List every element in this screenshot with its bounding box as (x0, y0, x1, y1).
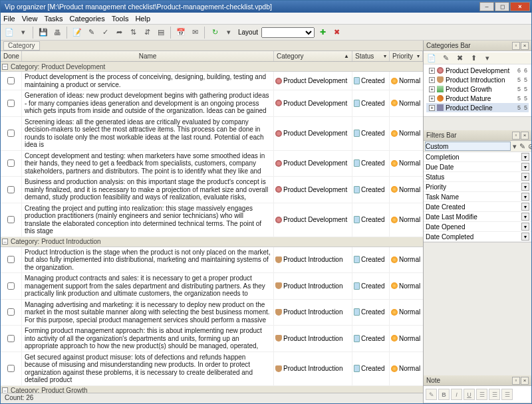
toolbar-filter-icon[interactable]: ▤ (155, 27, 167, 39)
dropdown-icon[interactable]: ▾ (521, 173, 529, 181)
toolbar-check-icon[interactable]: ✓ (99, 27, 111, 39)
toolbar-sort1-icon[interactable]: ⇅ (127, 27, 139, 39)
filter-row[interactable]: Date Opened▾ (424, 222, 531, 232)
filter-wand-icon[interactable]: ✎ (519, 140, 526, 152)
done-checkbox[interactable] (7, 282, 15, 290)
toolbar-calendar-icon[interactable]: 📅 (175, 27, 187, 39)
toolbar-delete-icon[interactable]: ✖ (331, 27, 342, 39)
maximize-button[interactable]: ◻ (495, 2, 509, 11)
task-row[interactable]: Get secured against product misuse: lots… (1, 352, 423, 386)
task-row[interactable]: Concept development and testing: when ma… (1, 151, 423, 177)
task-row[interactable]: Managing product contracts and sales: it… (1, 273, 423, 300)
done-checkbox[interactable] (7, 256, 15, 263)
task-row[interactable]: Screening ideas: all the generated ideas… (1, 117, 423, 151)
minimize-button[interactable]: – (479, 2, 494, 11)
dropdown-icon[interactable]: ▾ (521, 223, 529, 231)
expand-icon[interactable]: + (429, 96, 435, 102)
menu-file[interactable]: File (3, 15, 15, 23)
filter-row[interactable]: Status▾ (424, 172, 531, 182)
filter-row[interactable]: Due Date▾ (424, 162, 531, 172)
menu-tools[interactable]: Tools (112, 15, 129, 23)
note-btn7-icon[interactable]: ☰ (501, 389, 513, 400)
dropdown-icon[interactable]: ▾ (521, 233, 529, 241)
done-checkbox[interactable] (7, 130, 15, 137)
panel-pin-icon[interactable]: ▫ (512, 377, 520, 385)
done-checkbox[interactable] (7, 77, 15, 84)
expand-icon[interactable]: + (429, 68, 435, 74)
menu-view[interactable]: View (22, 15, 38, 23)
filter-row[interactable]: Priority▾ (424, 182, 531, 192)
done-checkbox[interactable] (7, 216, 15, 223)
note-u-icon[interactable]: U (464, 389, 475, 400)
layout-select[interactable] (261, 27, 315, 38)
toolbar-email-icon[interactable]: ✉ (189, 27, 201, 39)
toolbar-pencil-icon[interactable]: ✎ (85, 27, 97, 39)
category-item[interactable]: +Product Mature5 5 (426, 94, 529, 103)
group-row[interactable]: – Category: Product Introduction (1, 237, 423, 247)
toolbar-new-icon[interactable]: 📄 (3, 27, 15, 39)
group-row[interactable]: – Category: Product Growth (1, 386, 423, 393)
done-checkbox[interactable] (7, 159, 15, 167)
note-b-icon[interactable]: B (438, 389, 450, 400)
task-row[interactable]: Managing advertising and marketing: it i… (1, 300, 423, 326)
toolbar-sort2-icon[interactable]: ⇵ (141, 27, 153, 39)
menu-tasks[interactable]: Tasks (44, 15, 63, 23)
category-item[interactable]: +Product Introduction5 5 (426, 75, 529, 84)
panel-pin-icon[interactable]: ▫ (512, 132, 520, 140)
note-edit-icon[interactable]: ✎ (426, 389, 437, 400)
category-item[interactable]: +Product Decline5 5 (426, 103, 529, 112)
dropdown-icon[interactable]: ▾ (521, 193, 529, 201)
panel-close-icon[interactable]: × (521, 42, 529, 50)
col-category[interactable]: Category▲ (274, 51, 352, 61)
panel-pin-icon[interactable]: ▫ (512, 42, 520, 50)
col-done[interactable]: Done (1, 51, 22, 61)
toolbar-notepad-icon[interactable]: 📝 (71, 27, 83, 39)
note-btn5-icon[interactable]: ☰ (476, 389, 487, 400)
expand-icon[interactable]: + (429, 77, 435, 83)
toolbar-refresh-icon[interactable]: ↻ (209, 27, 221, 39)
task-row[interactable]: Forming product management approach: thi… (1, 326, 423, 352)
filter-arrow-icon[interactable]: ▾ (512, 140, 517, 152)
col-priority[interactable]: Priority▾ (390, 51, 423, 61)
filter-row[interactable]: Date Created▾ (424, 202, 531, 212)
done-checkbox[interactable] (7, 308, 15, 316)
toolbar-forward-icon[interactable]: ➦ (113, 27, 125, 39)
toolbar-arrow2-icon[interactable]: ▾ (223, 27, 235, 39)
filter-clear-icon[interactable]: ⊘ (527, 140, 531, 152)
filter-custom-select[interactable] (425, 142, 511, 151)
panel-close-icon[interactable]: × (521, 132, 529, 140)
filter-row[interactable]: Date Last Modifie▾ (424, 212, 531, 222)
done-checkbox[interactable] (7, 365, 15, 372)
menu-help[interactable]: Help (135, 15, 150, 23)
cat-up-icon[interactable]: ⬆ (467, 52, 479, 64)
done-checkbox[interactable] (7, 186, 15, 193)
toolbar-save-icon[interactable]: 💾 (37, 27, 49, 39)
dropdown-icon[interactable]: ▾ (521, 183, 529, 191)
cat-more-icon[interactable]: ▾ (481, 52, 493, 64)
category-tab[interactable]: Category (3, 41, 40, 50)
done-checkbox[interactable] (7, 335, 15, 342)
toolbar-add-icon[interactable]: ✚ (317, 27, 329, 39)
cat-del-icon[interactable]: ✖ (454, 52, 466, 64)
done-checkbox[interactable] (7, 100, 15, 107)
expand-icon[interactable]: + (429, 105, 435, 111)
group-row[interactable]: – Category: Product Development (1, 62, 423, 72)
dropdown-icon[interactable]: ▾ (521, 163, 529, 171)
grid-body[interactable]: – Category: Product DevelopmentProduct d… (1, 62, 423, 393)
category-item[interactable]: +Product Growth5 5 (426, 84, 529, 94)
col-name[interactable]: Name (22, 51, 274, 61)
cat-new-icon[interactable]: 📄 (426, 52, 438, 64)
expand-icon[interactable]: + (429, 86, 435, 92)
task-row[interactable]: Creating the project and putting into re… (1, 203, 423, 237)
collapse-icon[interactable]: – (2, 64, 8, 70)
toolbar-print-icon[interactable]: 🖶 (51, 27, 63, 39)
dropdown-icon[interactable]: ▾ (521, 153, 529, 161)
note-i-icon[interactable]: I (451, 389, 462, 400)
dropdown-icon[interactable]: ▾ (521, 203, 529, 211)
cat-edit-icon[interactable]: ✎ (440, 52, 452, 64)
col-status[interactable]: Status▾ (352, 51, 390, 61)
note-btn6-icon[interactable]: ☰ (489, 389, 500, 400)
collapse-icon[interactable]: – (2, 387, 8, 393)
dropdown-icon[interactable]: ▾ (521, 213, 529, 221)
filter-row[interactable]: Task Name▾ (424, 192, 531, 202)
